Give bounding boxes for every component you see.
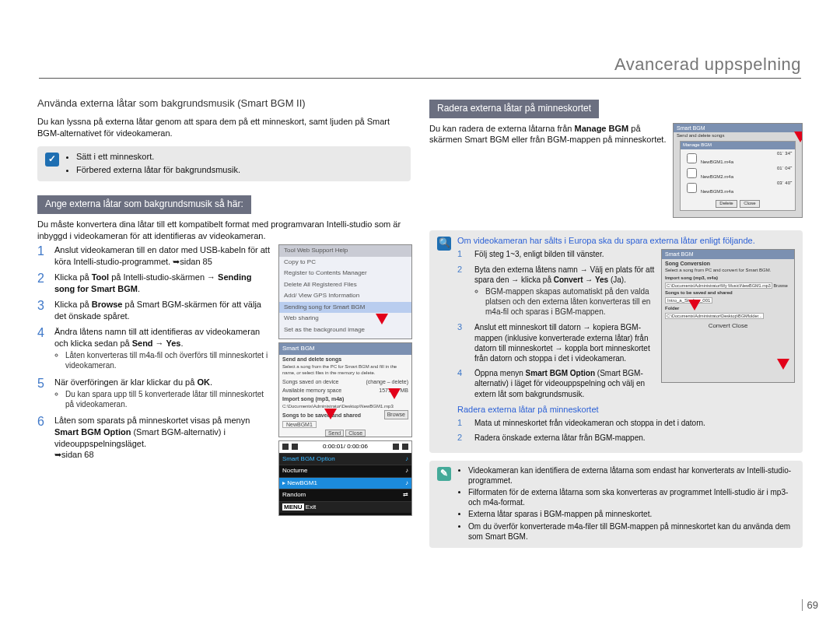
music-icon: ♪: [405, 455, 408, 464]
pencil-icon: ✎: [437, 467, 451, 481]
manage-window: Manage BGM NewBGM1.m4a 01´ 34˝ NewBGM2.m…: [680, 141, 796, 211]
red-arrow-icon: [388, 388, 401, 399]
sd-icon: [402, 444, 408, 450]
row-name: NewBGM3.m4a: [701, 189, 733, 194]
left-section-bar: Ange externa låtar som bakgrundsmusik så…: [37, 195, 251, 214]
step-text: Följ steg 1~3, enligt bilden till vänste…: [474, 249, 655, 259]
red-arrow-icon: [777, 359, 789, 370]
europe-note-box: 🔍 Om videokameran har sålts i Europa ska…: [429, 230, 803, 453]
sc-title: Song Conversion: [662, 259, 794, 268]
step-number: 4: [457, 368, 468, 399]
row-name: NewBGM2.m4a: [701, 174, 733, 179]
option-item: Random: [282, 491, 306, 500]
close-button[interactable]: Close: [732, 322, 747, 329]
step-text: Anslut ett minneskort till datorn → kopi…: [474, 322, 655, 363]
red-arrow-icon: [794, 132, 803, 142]
sb-section: Send and delete songs: [279, 355, 411, 363]
page-title: Avancerad uppspelning: [614, 54, 801, 75]
browse-button[interactable]: Browse: [773, 283, 787, 288]
tool-menu-screenshot: Tool Web Support Help Copy to PC Registe…: [278, 244, 412, 339]
step-text: När överföringen är klar klickar du på O…: [54, 377, 272, 411]
prereq-item: Sätt i ett minneskort.: [76, 151, 240, 163]
smartbgm-titlebar: Smart BGM: [279, 343, 411, 355]
play-icon: [282, 444, 289, 450]
row-name: NewBGM1.m4a: [701, 160, 733, 164]
sub-bullet: Du kan spara upp till 5 konverterade låt…: [65, 389, 272, 409]
sb-path: C:\Documents\Administrator\Desktop\NewBG…: [282, 404, 394, 409]
menu-item: Delete All Registered Files: [279, 279, 411, 291]
step-number: 2: [37, 272, 48, 294]
pause-icon: [292, 444, 298, 450]
player-time: 0:00:01/ 0:00:06: [301, 443, 390, 451]
manual-page: Avancerad uppspelning Använda externa lå…: [0, 0, 840, 642]
delete-button[interactable]: Delete: [716, 200, 737, 208]
step-number: 3: [457, 322, 468, 363]
sub-bullet: Låten konverteras till m4a-fil och överf…: [65, 350, 272, 370]
red-arrow-icon: [688, 300, 701, 310]
prereq-item: Förbered externa låtar för bakgrundsmusi…: [76, 164, 240, 176]
step-number: 1: [37, 244, 48, 267]
browse-button[interactable]: Browse: [384, 410, 408, 419]
option-title: Smart BGM Option: [282, 455, 335, 464]
player-controls: 0:00:01/ 0:00:06: [279, 441, 411, 453]
note-item: Externa låtar sparas i BGM-mappen på min…: [468, 509, 795, 519]
right-column: Radera externa låtar på minneskortet Sma…: [429, 93, 803, 556]
step-text: Öppna menyn Smart BGM Option (Smart BGM-…: [474, 368, 655, 399]
step-text: Klicka på Browse på Smart BGM-skärmen fö…: [54, 299, 272, 321]
mgr-top: Smart BGM: [674, 124, 802, 132]
sc-desc: Select a song from PC and convert for Sm…: [662, 268, 794, 274]
row-checkbox[interactable]: [687, 153, 697, 163]
left-subhead: Använda externa låtar som bakgrundsmusik…: [37, 96, 411, 110]
send-button[interactable]: Send: [325, 430, 344, 437]
note-item: Om du överför konverterade m4a-filer til…: [468, 521, 795, 542]
close-button[interactable]: Close: [345, 430, 366, 437]
sb-val: (change – delete): [366, 378, 408, 385]
sb-label: Songs saved on device: [282, 379, 338, 384]
delete-steps: 1Mata ut minneskortet från videokameran …: [457, 418, 795, 443]
menu-item: Add/ View GPS Information: [279, 290, 411, 302]
row-dur: 03´ 40˝: [777, 181, 792, 187]
convert-button[interactable]: Convert: [709, 322, 730, 329]
sb-label: Available memory space: [282, 388, 341, 393]
step-text: Anslut videokameran till en dator med US…: [54, 244, 272, 267]
option-item-selected: ▸ NewBGM1: [282, 479, 317, 488]
step-number: 1: [457, 418, 468, 428]
step-number: 1: [457, 249, 468, 259]
menu-item: Set as the background image: [279, 325, 411, 336]
menu-item: Register to Contents Manager: [279, 268, 411, 279]
prerequisite-list: Sätt i ett minneskort. Förbered externa …: [65, 151, 240, 177]
step-text: Ändra låtens namn till att identifieras …: [54, 326, 272, 371]
mgr-title: Manage BGM: [681, 142, 795, 149]
step-number: 2: [457, 433, 468, 443]
step-text: Radera önskade externa låtar från BGM-ma…: [474, 433, 795, 443]
sub-bullet: BGM-mappen skapas automatiskt på den val…: [485, 286, 655, 317]
row-checkbox[interactable]: [687, 183, 697, 193]
manage-bgm-screenshot: Smart BGM Send and delete songs Manage B…: [673, 123, 803, 218]
close-button[interactable]: Close: [740, 200, 759, 208]
magnifier-icon: 🔍: [437, 237, 451, 251]
step-number: 3: [37, 299, 48, 321]
box-lead: Om videokameran har sålts i Europa ska d…: [457, 235, 795, 247]
note-item: Filformaten för de externa låtarna som s…: [468, 487, 795, 507]
step-number: 5: [37, 377, 48, 411]
sb-desc: Select a song from the PC for Smart BGM …: [279, 363, 411, 377]
option-item: Nocturne: [282, 467, 307, 475]
sc-top: Smart BGM: [662, 250, 794, 258]
step-text: Låten som sparats på minneskortet visas …: [54, 415, 272, 460]
bottom-note-box: ✎ Videokameran kan identifiera de extern…: [429, 461, 803, 548]
menu-exit: MENU Exit: [282, 503, 316, 512]
sc-path2: C:\Documents\Administrator\Desktop\BGMfo…: [665, 313, 764, 319]
red-arrow-icon: [324, 409, 337, 419]
tool-header: Tool Web Support Help: [279, 245, 411, 257]
row-dur: 01´ 34˝: [777, 151, 792, 157]
sc-save: Songs to be saved and shared: [662, 289, 794, 298]
step-number: 6: [37, 415, 48, 460]
menu-item: Copy to PC: [279, 257, 411, 268]
title-rule: [39, 78, 801, 79]
sub-blue-heading: Radera externa låtar på minneskortet: [457, 404, 795, 416]
left-intro: Du kan lyssna på externa låtar genom att…: [37, 116, 411, 139]
row-checkbox[interactable]: [687, 168, 697, 178]
step-text: Mata ut minneskortet från videokameran o…: [474, 418, 795, 428]
player-screenshot: 0:00:01/ 0:00:06 Smart BGM Option♪ Noctu…: [278, 440, 412, 516]
sb-name-field[interactable]: NewBGM1: [282, 421, 317, 428]
